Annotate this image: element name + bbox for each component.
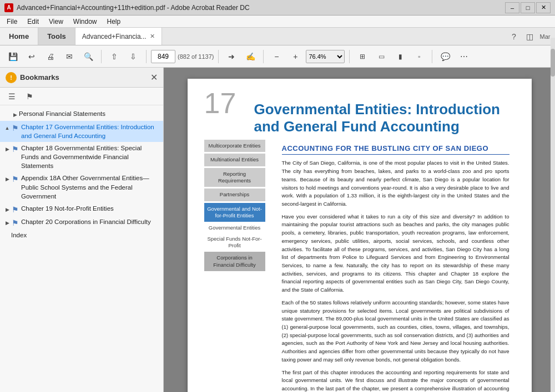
bookmark-item-personal[interactable]: ▶ Personal Financial Statements [0,108,163,121]
pdf-viewer: 17 Governmental Entities: Introduction a… [164,68,555,392]
sidebar-toolbar: ☰ ⚑ [0,88,163,105]
bookmarks-list: ▶ Personal Financial Statements ▲ ⚑ Chap… [0,105,163,392]
more-icon[interactable]: Mar [539,31,551,42]
bookmarks-header: ! Bookmarks ✕ [0,68,163,88]
chapter-number: 17 [204,89,236,118]
tab-document-label: Advanced+Financia... [82,33,147,40]
nav-reporting[interactable]: Reporting Requirements [204,168,265,187]
print-button[interactable]: 🖨 [42,48,59,65]
window-title: Advanced+Financial+Accounting+11th+editi… [17,4,250,12]
tab-home[interactable]: Home [0,28,38,45]
nav-special-funds[interactable]: Special Funds Not-For-Profit [204,235,265,251]
expand-ch19-icon[interactable]: ▶ [3,205,11,214]
bookmark-list-btn[interactable]: ☰ [4,89,19,104]
menu-file[interactable]: File [2,17,22,27]
paragraph-2: Have you ever considered what it takes t… [282,213,509,294]
menu-help[interactable]: Help [103,17,125,27]
more-tools-button[interactable]: ⋯ [456,48,472,65]
prev-page-button[interactable]: ⇧ [106,48,123,65]
expand-app18a-icon[interactable]: ▶ [3,175,11,184]
nav-multinational[interactable]: Multinational Entities [204,154,265,166]
page-info-label: (882 of 1137) [178,53,214,60]
chapter-title: Governmental Entities: Introduction and … [254,101,509,135]
pdf-content: ACCOUNTING FOR THE BUSTLING CITY OF SAN … [282,144,509,392]
menu-bar: File Edit View Window Help [0,16,555,28]
main-area: ! Bookmarks ✕ ☰ ⚑ ▶ Personal Financial S… [0,68,555,392]
zoom-in-button[interactable]: + [287,48,304,65]
hand-tool[interactable]: ✍ [242,48,259,65]
help-icon[interactable]: ? [508,31,519,42]
expand-ch18-icon[interactable]: ▶ [3,145,11,154]
minimize-button[interactable]: – [505,2,519,13]
bookmarks-panel: ! Bookmarks ✕ ☰ ⚑ ▶ Personal Financial S… [0,68,164,392]
separator-2 [146,50,147,63]
chapter-nav-sidebar: Multicorporate Entities Multinational En… [204,140,265,271]
section-header: ACCOUNTING FOR THE BUSTLING CITY OF SAN … [282,144,509,155]
paragraph-1: The City of San Diego, California, is on… [282,159,509,208]
save-button[interactable]: 💾 [4,48,21,65]
tab-document[interactable]: Advanced+Financia... ✕ [75,28,162,45]
undo-button[interactable]: ↩ [23,48,40,65]
search-button[interactable]: 🔍 [80,48,97,65]
nav-partnerships[interactable]: Partnerships [204,189,265,201]
nav-corporations[interactable]: Corporations in Financial Difficulty [204,252,265,271]
nav-governmental[interactable]: Governmental and Not-for-Profit Entities [204,203,265,222]
separator-6 [432,50,432,63]
tab-bar-right: ? ◫ Mar [504,28,555,45]
paragraph-3: Each of the 50 states follows relatively… [282,299,509,364]
maximize-button[interactable]: □ [521,2,535,13]
menu-view[interactable]: View [44,17,68,27]
bookmark-item-ch20[interactable]: ▶ ⚑ Chapter 20 Corporations in Financial… [0,216,163,229]
window-controls: – □ ✕ [505,2,551,13]
zoom-select[interactable]: 76.4% 50% 75% 100% 125% 150% [306,50,345,63]
signin-icon[interactable]: ◫ [524,31,535,42]
bookmark-add-btn[interactable]: ⚑ [22,89,37,104]
tab-close-button[interactable]: ✕ [150,33,155,40]
tab-tools[interactable]: Tools [38,28,75,45]
ribbon-icon-ch19: ⚑ [12,205,19,214]
title-bar-left: A Advanced+Financial+Accounting+11th+edi… [4,3,250,12]
nav-multicorporate[interactable]: Multicorporate Entities [204,140,265,152]
pdf-page: 17 Governmental Entities: Introduction a… [188,79,532,392]
zoom-out-button[interactable]: − [268,48,285,65]
fit-height-button[interactable]: ▮ [392,48,408,65]
separator-4 [263,50,264,63]
menu-window[interactable]: Window [69,17,102,27]
bookmark-item-ch18[interactable]: ▶ ⚑ Chapter 18 Governmental Entities: Sp… [0,142,163,172]
menu-edit[interactable]: Edit [23,17,43,27]
comment-button[interactable]: 💬 [437,48,453,65]
paragraph-4: The first part of this chapter introduce… [282,369,509,392]
ribbon-icon-ch17: ⚑ [12,124,19,133]
fit-width-button[interactable]: ▭ [373,48,390,65]
fit-page-button[interactable]: ⊞ [354,48,371,65]
close-button[interactable]: ✕ [536,2,551,13]
separator-1 [101,50,102,63]
sidebar-close-button[interactable]: ✕ [150,72,158,83]
page-number-input[interactable] [151,50,175,63]
bookmark-item-index[interactable]: Index [0,229,163,241]
next-page-button[interactable]: ⇩ [125,48,142,65]
tab-bar: Home Tools Advanced+Financia... ✕ ? ◫ Ma… [0,28,555,45]
cursor-tool[interactable]: ➜ [223,48,240,65]
toolbar: 💾 ↩ 🖨 ✉ 🔍 ⇧ ⇩ (882 of 1137) ➜ ✍ − + 76.4… [0,45,555,68]
separator-5 [349,50,350,63]
expand-personal-icon[interactable]: ▶ [11,110,19,119]
bookmark-item-ch17[interactable]: ▲ ⚑ Chapter 17 Governmental Entities: In… [0,121,163,142]
title-bar: A Advanced+Financial+Accounting+11th+edi… [0,0,555,16]
nav-governmental-entities[interactable]: Governmental Entities [204,223,265,232]
expand-ch20-icon[interactable]: ▶ [3,218,11,227]
separator-3 [218,50,219,63]
expand-ch17-icon[interactable]: ▲ [3,124,11,133]
bookmark-item-ch19[interactable]: ▶ ⚑ Chapter 19 Not-for-Profit Entities [0,202,163,216]
email-button[interactable]: ✉ [61,48,78,65]
app-icon: A [4,3,13,12]
ribbon-icon-ch18: ⚑ [12,145,19,154]
ribbon-icon-ch20: ⚑ [12,218,19,227]
tools-more-button[interactable]: ▫ [411,48,427,65]
bookmarks-title: Bookmarks [20,73,59,82]
bookmark-item-app18a[interactable]: ▶ ⚑ Appendix 18A Other Governmental Enti… [0,172,163,202]
warning-icon: ! [6,72,17,83]
ribbon-icon-app18a: ⚑ [12,175,19,184]
